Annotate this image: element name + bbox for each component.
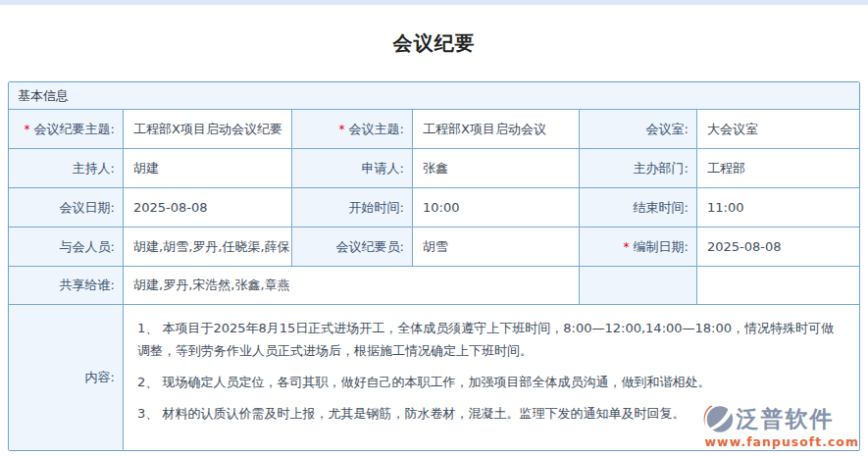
label-text: 编制日期: (634, 238, 689, 256)
field-value-share-with: 胡建,罗丹,宋浩然,张鑫,章燕 (124, 267, 580, 305)
field-value-meeting-subject: 工程部X项目启动会议 (413, 110, 580, 149)
top-accent-strip (0, 0, 868, 5)
label-text: 内容: (85, 369, 115, 386)
label-text: 会议主题: (349, 121, 404, 138)
field-value-meeting-room: 大会议室 (697, 110, 859, 149)
value-text: 11:00 (707, 200, 743, 215)
field-label-end-time: * 结束时间: (580, 188, 697, 228)
value-text: 工程部 (707, 160, 745, 177)
label-text: 共享给谁: (60, 277, 115, 294)
field-label-host-department: * 主办部门: (580, 149, 697, 188)
field-label-attendees: * 与会人员: (9, 228, 124, 267)
field-value-host: 胡建 (124, 149, 292, 188)
label-text: 主持人: (73, 160, 115, 177)
content-paragraph: 2、 现场确定人员定位，各司其职，做好自己的本职工作，加强项目部全体成员沟通，做… (137, 371, 843, 393)
field-value-host-department: 工程部 (697, 149, 859, 188)
label-text: 申请人: (362, 160, 404, 177)
value-text: 2025-08-08 (707, 239, 782, 254)
basic-info-panel: 基本信息 * 会议纪要主题: 工程部X项目启动会议纪要 * 会议主题: 工程部X… (8, 81, 860, 451)
field-value-meeting-date: 2025-08-08 (124, 188, 292, 228)
label-text: 主办部门: (634, 160, 689, 177)
empty-label-cell (580, 267, 697, 305)
label-text: 开始时间: (349, 199, 404, 217)
field-label-minutes-recorder: * 会议纪要员: (292, 228, 413, 267)
required-asterisk: * (25, 123, 30, 136)
label-text: 结束时间: (634, 199, 689, 217)
field-label-minutes-subject: * 会议纪要主题: (9, 110, 124, 149)
field-label-meeting-room: * 会议室: (580, 110, 697, 149)
field-label-start-time: * 开始时间: (292, 188, 413, 228)
label-text: 会议纪要员: (336, 238, 404, 256)
field-label-content: 内容: (9, 305, 124, 450)
value-text: 工程部X项目启动会议 (423, 121, 546, 138)
field-label-compile-date: * 编制日期: (580, 228, 697, 267)
value-text: 胡建,胡雪,罗丹,任晓渠,薛保 (133, 238, 290, 256)
field-label-applicant: * 申请人: (292, 149, 413, 188)
fanpu-logo-icon (701, 403, 734, 435)
field-value-end-time: 11:00 (697, 188, 859, 228)
value-text: 胡建 (133, 160, 159, 177)
watermark-url-text: www.fanpusoft.com (701, 436, 859, 449)
label-text: 会议室: (646, 121, 689, 138)
vendor-watermark: 泛普软件 www.fanpusoft.com (701, 403, 859, 449)
value-text: 胡建,罗丹,宋浩然,张鑫,章燕 (133, 277, 290, 294)
field-value-compile-date: 2025-08-08 (697, 228, 859, 267)
value-text: 2025-08-08 (133, 200, 208, 215)
value-text: 张鑫 (423, 160, 448, 177)
required-asterisk: * (339, 123, 345, 136)
field-value-minutes-subject: 工程部X项目启动会议纪要 (124, 110, 292, 149)
field-label-host: * 主持人: (9, 149, 124, 188)
field-label-meeting-date: * 会议日期: (9, 188, 124, 228)
content-paragraph: 1、 本项目于2025年8月15日正式进场开工，全体成员须遵守上下班时间，8:0… (137, 317, 843, 362)
value-text: 工程部X项目启动会议纪要 (133, 121, 282, 138)
label-text: 会议纪要主题: (34, 121, 115, 138)
empty-value-cell (697, 267, 859, 305)
page-title: 会议纪要 (0, 30, 868, 57)
label-text: 会议日期: (60, 199, 115, 217)
field-label-meeting-subject: * 会议主题: (292, 110, 413, 149)
label-text: 与会人员: (60, 238, 115, 256)
basic-info-header: 基本信息 (9, 82, 859, 110)
field-value-applicant: 张鑫 (413, 149, 580, 188)
watermark-brand-text: 泛普软件 (737, 408, 835, 431)
field-label-share-with: 共享给谁: (9, 267, 124, 305)
required-asterisk: * (624, 240, 630, 254)
field-value-attendees: 胡建,胡雪,罗丹,任晓渠,薛保 (124, 228, 292, 267)
value-text: 10:00 (423, 200, 459, 215)
value-text: 胡雪 (423, 238, 448, 256)
meeting-info-grid: * 会议纪要主题: 工程部X项目启动会议纪要 * 会议主题: 工程部X项目启动会… (9, 110, 859, 450)
value-text: 大会议室 (707, 121, 758, 138)
field-value-minutes-recorder: 胡雪 (413, 228, 580, 267)
field-value-start-time: 10:00 (413, 188, 580, 228)
